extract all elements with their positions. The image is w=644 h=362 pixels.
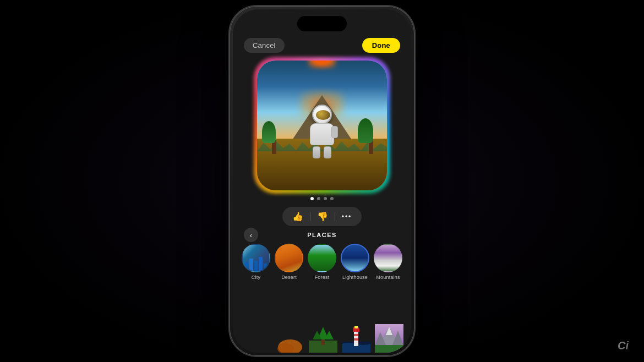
places-section: ‹ PLACES [233, 226, 411, 280]
place-item-desert[interactable]: Desert [275, 244, 303, 280]
watermark: Ci [618, 339, 629, 352]
place-label-city: City [252, 275, 260, 280]
divider-1 [310, 212, 310, 221]
places-header: ‹ PLACES [233, 232, 411, 238]
place-circle-city [242, 244, 270, 272]
place-item-forest[interactable]: Forest [308, 244, 336, 280]
back-icon: ‹ [250, 231, 252, 239]
places-row: City Desert [233, 244, 411, 280]
place-label-forest: Forest [315, 275, 330, 280]
place-label-desert: Desert [281, 275, 297, 280]
astronaut [303, 105, 341, 154]
dot-4 [330, 197, 334, 200]
dot-2 [317, 197, 320, 200]
dot-1 [310, 197, 314, 200]
place-item-mountains[interactable]: Mountains [374, 244, 402, 280]
astronaut-image [257, 61, 387, 190]
place-circle-forest [308, 244, 336, 272]
places-title: PLACES [307, 232, 337, 238]
thumbs-down-button[interactable]: 👎 [317, 211, 328, 222]
cancel-button[interactable]: Cancel [244, 38, 285, 53]
place-circle-lighthouse [341, 244, 369, 272]
place-item-city[interactable]: City [242, 244, 270, 280]
dynamic-island [297, 16, 347, 31]
dot-3 [324, 197, 327, 200]
thumbs-up-button[interactable]: 👍 [292, 211, 303, 222]
scene [257, 61, 387, 190]
more-options-button[interactable]: ••• [342, 213, 352, 221]
top-bar: Cancel Done [233, 36, 411, 57]
main-image-container [256, 59, 388, 191]
done-button[interactable]: Done [362, 38, 400, 53]
phone-frame: Cancel Done [228, 5, 416, 357]
place-circle-mountains [374, 244, 402, 272]
place-label-lighthouse: Lighthouse [342, 275, 368, 280]
place-circle-desert [275, 244, 303, 272]
page-dots [310, 197, 334, 200]
divider-2 [335, 212, 335, 221]
screen: Cancel Done [233, 9, 411, 353]
place-label-mountains: Mountains [376, 275, 400, 280]
action-bar: 👍 👎 ••• [282, 207, 362, 226]
back-button[interactable]: ‹ [244, 228, 258, 242]
place-item-lighthouse[interactable]: Lighthouse [341, 244, 369, 280]
